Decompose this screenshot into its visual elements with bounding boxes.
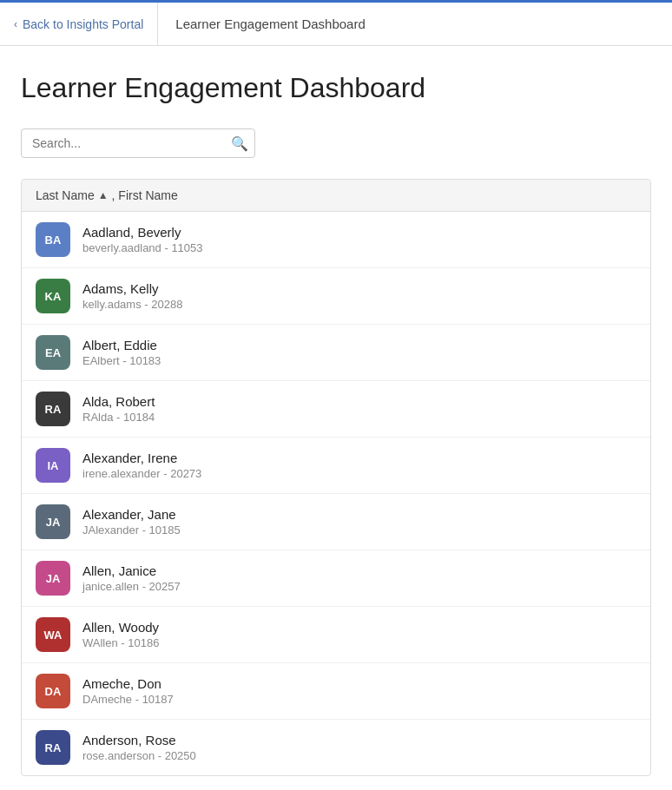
learner-identifier: irene.alexander - 20273 (82, 467, 201, 480)
learner-info: Allen, Janicejanice.allen - 20257 (82, 563, 181, 593)
search-input[interactable] (21, 128, 255, 158)
back-link[interactable]: ‹ Back to Insights Portal (0, 3, 158, 45)
learner-identifier: kelly.adams - 20288 (82, 298, 182, 311)
list-item[interactable]: EAAlbert, EddieEAlbert - 10183 (22, 325, 650, 381)
learner-name: Alexander, Jane (82, 507, 181, 522)
learner-identifier: janice.allen - 20257 (82, 580, 181, 593)
list-item[interactable]: WAAllen, WoodyWAllen - 10186 (22, 607, 650, 663)
chevron-left-icon: ‹ (14, 18, 17, 30)
learner-name: Alexander, Irene (82, 451, 201, 465)
learner-info: Alexander, JaneJAlexander - 10185 (82, 507, 181, 537)
search-button[interactable]: 🔍 (231, 135, 248, 152)
learner-name: Alda, Robert (82, 394, 155, 409)
learner-info: Adams, Kellykelly.adams - 20288 (82, 281, 182, 311)
list-item[interactable]: DAAmeche, DonDAmeche - 10187 (22, 663, 650, 720)
top-nav: ‹ Back to Insights Portal Learner Engage… (0, 3, 672, 46)
sort-arrow-icon: ▲ (98, 189, 109, 201)
main-content: Learner Engagement Dashboard 🔍 Last Name… (0, 46, 672, 790)
search-container: 🔍 (21, 128, 255, 158)
learner-name: Allen, Woody (82, 620, 159, 635)
avatar: RA (36, 392, 70, 426)
list-item[interactable]: JAAlexander, JaneJAlexander - 10185 (22, 494, 650, 550)
learner-items-container: BAAadland, Beverlybeverly.aadland - 1105… (22, 212, 650, 775)
learner-info: Allen, WoodyWAllen - 10186 (82, 620, 159, 649)
list-header-lastname: Last Name (36, 188, 95, 202)
learner-list: Last Name ▲ , First Name BAAadland, Beve… (21, 179, 651, 776)
list-item[interactable]: IAAlexander, Ireneirene.alexander - 2027… (22, 438, 650, 494)
list-header: Last Name ▲ , First Name (22, 180, 650, 212)
learner-identifier: rose.anderson - 20250 (82, 749, 196, 762)
list-item[interactable]: BAAadland, Beverlybeverly.aadland - 1105… (22, 212, 650, 268)
learner-identifier: beverly.aadland - 11053 (82, 241, 203, 254)
learner-info: Alda, RobertRAlda - 10184 (82, 394, 155, 424)
learner-identifier: EAlbert - 10183 (82, 354, 161, 367)
search-icon: 🔍 (231, 136, 248, 151)
nav-title: Learner Engagement Dashboard (158, 16, 382, 31)
page-title: Learner Engagement Dashboard (21, 72, 651, 104)
avatar: KA (36, 279, 70, 313)
avatar: IA (36, 448, 70, 483)
learner-identifier: DAmeche - 10187 (82, 693, 174, 706)
learner-name: Allen, Janice (82, 563, 181, 578)
avatar: DA (36, 674, 70, 708)
avatar: JA (36, 504, 70, 539)
learner-identifier: WAllen - 10186 (82, 636, 159, 649)
back-link-label: Back to Insights Portal (23, 17, 143, 31)
learner-identifier: RAlda - 10184 (82, 411, 155, 424)
avatar: JA (36, 561, 70, 596)
learner-identifier: JAlexander - 10185 (82, 523, 181, 537)
learner-name: Aadland, Beverly (82, 225, 203, 240)
avatar: RA (36, 730, 70, 765)
learner-info: Alexander, Ireneirene.alexander - 20273 (82, 451, 201, 480)
avatar: BA (36, 222, 70, 257)
list-item[interactable]: JAAllen, Janicejanice.allen - 20257 (22, 550, 650, 607)
learner-info: Albert, EddieEAlbert - 10183 (82, 338, 161, 367)
learner-name: Albert, Eddie (82, 338, 161, 352)
learner-name: Ameche, Don (82, 676, 174, 691)
list-header-firstname: , First Name (112, 188, 178, 202)
learner-name: Anderson, Rose (82, 733, 196, 747)
avatar: WA (36, 617, 70, 652)
learner-info: Ameche, DonDAmeche - 10187 (82, 676, 174, 706)
avatar: EA (36, 335, 70, 370)
load-more-section: Load More (21, 776, 651, 790)
learner-info: Aadland, Beverlybeverly.aadland - 11053 (82, 225, 203, 254)
list-item[interactable]: KAAdams, Kellykelly.adams - 20288 (22, 268, 650, 325)
list-item[interactable]: RAAnderson, Roserose.anderson - 20250 (22, 720, 650, 775)
learner-name: Adams, Kelly (82, 281, 182, 296)
learner-info: Anderson, Roserose.anderson - 20250 (82, 733, 196, 762)
list-item[interactable]: RAAlda, RobertRAlda - 10184 (22, 381, 650, 438)
